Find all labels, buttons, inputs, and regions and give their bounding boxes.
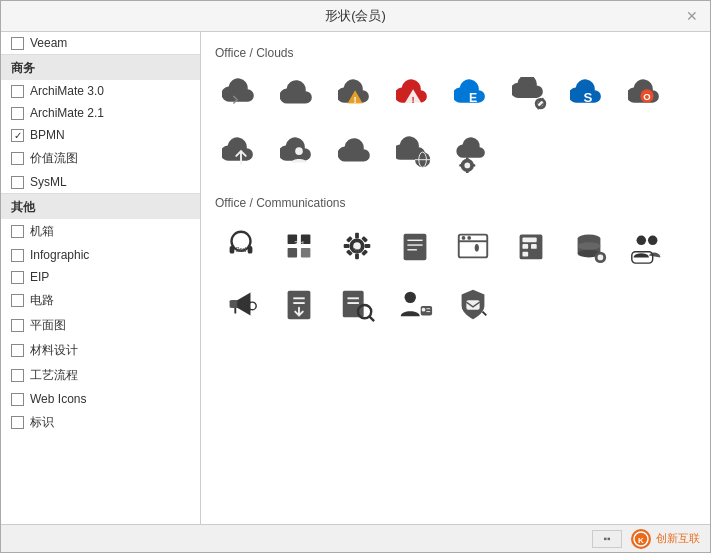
icon-megaphone[interactable] bbox=[215, 278, 267, 330]
sidebar-label-floorplan: 平面图 bbox=[30, 317, 66, 334]
sidebar-item-eip[interactable]: EIP bbox=[1, 266, 200, 288]
sidebar: Veeam 商务 ArchiMate 3.0 ArchiMate 2.1 ✓ B… bbox=[1, 32, 201, 524]
svg-line-71 bbox=[369, 316, 374, 321]
icon-gear-large[interactable]: 3rd bbox=[331, 220, 383, 272]
checkbox-archimate21[interactable] bbox=[11, 107, 24, 120]
icon-cloud-sharepoint[interactable]: S bbox=[563, 70, 615, 122]
checkbox-chassis[interactable] bbox=[11, 225, 24, 238]
sidebar-label-process: 工艺流程 bbox=[30, 367, 78, 384]
icon-document-list[interactable] bbox=[389, 220, 441, 272]
sidebar-item-material[interactable]: 材料设计 bbox=[1, 338, 200, 363]
checkbox-material[interactable] bbox=[11, 344, 24, 357]
checkbox-logo[interactable] bbox=[11, 416, 24, 429]
sidebar-label-webicons: Web Icons bbox=[30, 392, 86, 406]
sidebar-item-circuit[interactable]: 电路 bbox=[1, 288, 200, 313]
sidebar-item-veeam[interactable]: Veeam bbox=[1, 32, 200, 54]
icon-cloud-exchange[interactable]: E bbox=[447, 70, 499, 122]
svg-rect-21 bbox=[230, 246, 235, 254]
sidebar-label-archimate21: ArchiMate 2.1 bbox=[30, 106, 104, 120]
sidebar-label-bpmn: BPMN bbox=[30, 128, 65, 142]
checkbox-process[interactable] bbox=[11, 369, 24, 382]
main-content: Office / Clouds ! bbox=[201, 32, 710, 524]
icon-cloud-person[interactable] bbox=[273, 128, 325, 180]
icon-phone[interactable] bbox=[505, 220, 557, 272]
icon-database-gear[interactable] bbox=[563, 220, 615, 272]
svg-point-15 bbox=[464, 163, 470, 169]
icon-cloud-warning-red[interactable]: ! bbox=[389, 70, 441, 122]
icon-cloud-office[interactable]: O bbox=[621, 70, 673, 122]
icon-cloud-globe[interactable] bbox=[389, 128, 441, 180]
checkbox-archimate30[interactable] bbox=[11, 85, 24, 98]
icon-cloud-sync[interactable] bbox=[215, 70, 267, 122]
comms-icon-grid: 3rd 3rd bbox=[215, 220, 696, 330]
sidebar-label-circuit: 电路 bbox=[30, 292, 54, 309]
svg-rect-77 bbox=[466, 300, 479, 310]
svg-rect-49 bbox=[522, 244, 528, 249]
svg-rect-51 bbox=[522, 252, 528, 257]
sidebar-item-process[interactable]: 工艺流程 bbox=[1, 363, 200, 388]
icon-cloud-plain2[interactable] bbox=[331, 128, 383, 180]
checkbox-eip[interactable] bbox=[11, 271, 24, 284]
sidebar-label-material: 材料设计 bbox=[30, 342, 78, 359]
svg-rect-50 bbox=[531, 244, 537, 249]
icon-document-download[interactable] bbox=[273, 278, 325, 330]
checkbox-valuemap[interactable] bbox=[11, 152, 24, 165]
icon-headset[interactable]: 3rd bbox=[215, 220, 267, 272]
icon-cloud-warning-gray[interactable]: ! bbox=[331, 70, 383, 122]
svg-point-74 bbox=[422, 308, 426, 312]
brand-logo-text: 创新互联 bbox=[656, 531, 700, 546]
icon-browser[interactable] bbox=[447, 220, 499, 272]
svg-text:S: S bbox=[584, 90, 593, 105]
svg-point-46 bbox=[462, 236, 466, 240]
icon-search-document[interactable] bbox=[331, 278, 383, 330]
checkbox-floorplan[interactable] bbox=[11, 319, 24, 332]
close-button[interactable]: ✕ bbox=[684, 8, 700, 24]
bottom-bar: ▪▪ K 创新互联 bbox=[1, 524, 710, 552]
icon-people-card[interactable] bbox=[389, 278, 441, 330]
sidebar-item-chassis[interactable]: 机箱 bbox=[1, 219, 200, 244]
checkbox-veeam[interactable] bbox=[11, 37, 24, 50]
checkbox-bpmn[interactable]: ✓ bbox=[11, 129, 24, 142]
icon-people-chat[interactable] bbox=[621, 220, 673, 272]
svg-text:K: K bbox=[638, 536, 644, 545]
sidebar-item-webicons[interactable]: Web Icons bbox=[1, 388, 200, 410]
checkbox-sysml[interactable] bbox=[11, 176, 24, 189]
icon-shield-message[interactable] bbox=[447, 278, 499, 330]
title-bar: 形状(会员) ✕ bbox=[1, 1, 710, 32]
checkbox-circuit[interactable] bbox=[11, 294, 24, 307]
svg-point-10 bbox=[295, 147, 303, 155]
svg-text:O: O bbox=[643, 91, 650, 102]
icon-cloud-gear-badge[interactable] bbox=[447, 128, 499, 180]
sidebar-label-logo: 标识 bbox=[30, 414, 54, 431]
svg-point-47 bbox=[467, 236, 471, 240]
sidebar-item-infographic[interactable]: Infographic bbox=[1, 244, 200, 266]
sidebar-item-valuemap[interactable]: 价值流图 bbox=[1, 146, 200, 171]
checkbox-infographic[interactable] bbox=[11, 249, 24, 262]
checkbox-webicons[interactable] bbox=[11, 393, 24, 406]
section-title-clouds: Office / Clouds bbox=[215, 46, 696, 60]
svg-point-58 bbox=[598, 255, 604, 261]
page-indicator[interactable]: ▪▪ bbox=[592, 530, 622, 548]
icon-cloud-upload[interactable] bbox=[215, 128, 267, 180]
sidebar-item-archimate30[interactable]: ArchiMate 3.0 bbox=[1, 80, 200, 102]
svg-point-18 bbox=[459, 164, 462, 167]
icon-apps-grid[interactable]: 3rd bbox=[273, 220, 325, 272]
sidebar-label-infographic: Infographic bbox=[30, 248, 89, 262]
main-window: 形状(会员) ✕ Veeam 商务 ArchiMate 3.0 ArchiMat… bbox=[0, 0, 711, 553]
sidebar-item-logo[interactable]: 标识 bbox=[1, 410, 200, 435]
sidebar-item-archimate21[interactable]: ArchiMate 2.1 bbox=[1, 102, 200, 124]
sidebar-item-floorplan[interactable]: 平面图 bbox=[1, 313, 200, 338]
svg-text:3rd: 3rd bbox=[294, 240, 304, 247]
svg-point-59 bbox=[637, 236, 647, 246]
brand-logo-icon: K bbox=[630, 528, 652, 550]
sidebar-label-sysml: SysML bbox=[30, 175, 67, 189]
svg-rect-32 bbox=[355, 254, 359, 260]
icon-cloud-plain[interactable] bbox=[273, 70, 325, 122]
sidebar-item-bpmn[interactable]: ✓ BPMN bbox=[1, 124, 200, 146]
icon-cloud-settings[interactable] bbox=[505, 70, 557, 122]
svg-text:!: ! bbox=[412, 94, 415, 105]
sidebar-label-archimate30: ArchiMate 3.0 bbox=[30, 84, 104, 98]
svg-text:3rd: 3rd bbox=[352, 247, 362, 254]
sidebar-item-sysml[interactable]: SysML bbox=[1, 171, 200, 193]
svg-rect-27 bbox=[301, 248, 311, 258]
